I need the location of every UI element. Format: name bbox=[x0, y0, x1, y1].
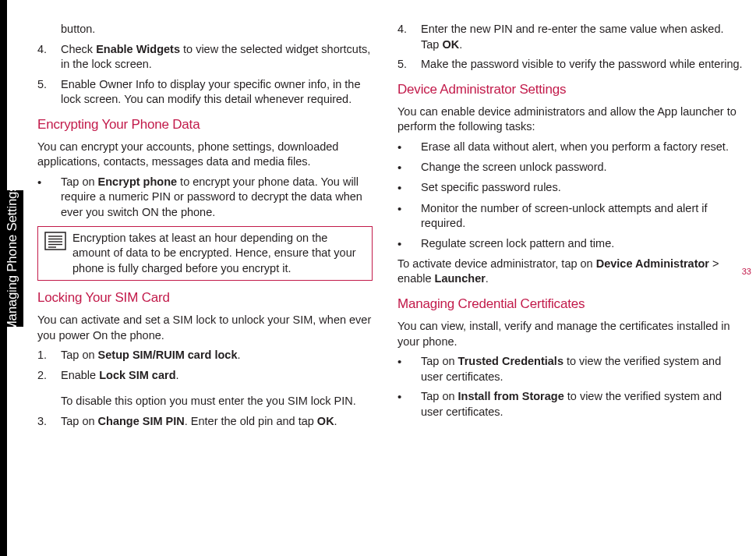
list-text: Make the password visible to verify the … bbox=[421, 57, 744, 73]
note-text: Encryption takes at least an hour depend… bbox=[72, 227, 372, 281]
list-number: 3. bbox=[37, 414, 61, 430]
list-number: 4. bbox=[37, 42, 61, 73]
list-number: 4. bbox=[397, 22, 421, 52]
paragraph: You can encrypt your accounts, phone set… bbox=[37, 140, 373, 170]
paragraph: To activate device administrator, tap on… bbox=[397, 257, 744, 287]
list-item: 4. Check Enable Widgets to view the sele… bbox=[37, 42, 373, 73]
column-left: button. 4. Check Enable Widgets to view … bbox=[37, 22, 373, 434]
list-number: 2. bbox=[37, 368, 61, 409]
heading-sim: Locking Your SIM Card bbox=[37, 289, 373, 307]
list-text: Change the screen unlock password. bbox=[421, 160, 744, 175]
list-text: Erase all data without alert, when you p… bbox=[421, 140, 744, 155]
bullet: • bbox=[37, 175, 61, 221]
list-text: Check Enable Widgets to view the selecte… bbox=[61, 42, 373, 73]
list-text: Set specific password rules. bbox=[421, 180, 744, 196]
heading-cert: Managing Credential Certificates bbox=[397, 296, 744, 313]
list-item: •Tap on Trusted Credentials to view the … bbox=[397, 354, 744, 384]
list-text: Tap on Trusted Credentials to view the v… bbox=[421, 354, 744, 384]
list-text: Monitor the number of screen-unlock atte… bbox=[421, 201, 744, 232]
list-item: •Monitor the number of screen-unlock att… bbox=[397, 201, 744, 232]
list-number: 1. bbox=[37, 348, 61, 363]
list-number: 5. bbox=[37, 77, 61, 108]
list-item: 5. Enable Owner Info to display your spe… bbox=[37, 77, 373, 108]
list-item: 4. Enter the new PIN and re-enter the sa… bbox=[397, 22, 744, 52]
note-box: Encryption takes at least an hour depend… bbox=[37, 226, 373, 282]
paragraph: You can activate and set a SIM lock to u… bbox=[37, 313, 373, 343]
list-item: 3. Tap on Change SIM PIN. Enter the old … bbox=[37, 414, 373, 430]
paragraph: You can view, install, verify and manage… bbox=[397, 319, 744, 349]
list-text: Enter the new PIN and re-enter the same … bbox=[421, 22, 744, 52]
sidebar-tab: Managing Phone Settings bbox=[3, 190, 23, 327]
list-text: Regulate screen lock pattern and time. bbox=[421, 236, 744, 252]
list-item: •Regulate screen lock pattern and time. bbox=[397, 236, 744, 252]
note-icon bbox=[38, 227, 72, 281]
list-number: 5. bbox=[397, 57, 421, 73]
list-item: •Tap on Install from Storage to view the… bbox=[397, 389, 744, 420]
list-item: 2. Enable Lock SIM card. To disable this… bbox=[37, 368, 373, 409]
list-item: • Tap on Encrypt phone to encrypt your p… bbox=[37, 175, 373, 221]
list-text: Tap on Encrypt phone to encrypt your pho… bbox=[61, 175, 373, 221]
list-item: •Erase all data without alert, when you … bbox=[397, 140, 744, 155]
heading-admin: Device Administrator Settings bbox=[397, 81, 744, 99]
list-item: 5. Make the password visible to verify t… bbox=[397, 57, 744, 73]
column-right: 4. Enter the new PIN and re-enter the sa… bbox=[397, 22, 744, 434]
list-item: •Change the screen unlock password. bbox=[397, 160, 744, 175]
list-item: •Set specific password rules. bbox=[397, 180, 744, 196]
list-text: Tap on Change SIM PIN. Enter the old pin… bbox=[61, 414, 373, 430]
list-text: Enable Lock SIM card. To disable this op… bbox=[61, 368, 373, 409]
sub-paragraph: To disable this option you must enter th… bbox=[61, 394, 373, 409]
sidebar-label: Managing Phone Settings bbox=[5, 186, 23, 332]
list-text: Enable Owner Info to display your specif… bbox=[61, 77, 373, 108]
list-text: Tap on Setup SIM/RUIM card lock. bbox=[61, 348, 373, 363]
paragraph: You can enable device administrators and… bbox=[397, 104, 744, 135]
heading-encrypting: Encrypting Your Phone Data bbox=[37, 116, 373, 134]
list-text: Tap on Install from Storage to view the … bbox=[421, 389, 744, 420]
list-item: 1. Tap on Setup SIM/RUIM card lock. bbox=[37, 348, 373, 363]
continuation-text: button. bbox=[61, 22, 373, 37]
